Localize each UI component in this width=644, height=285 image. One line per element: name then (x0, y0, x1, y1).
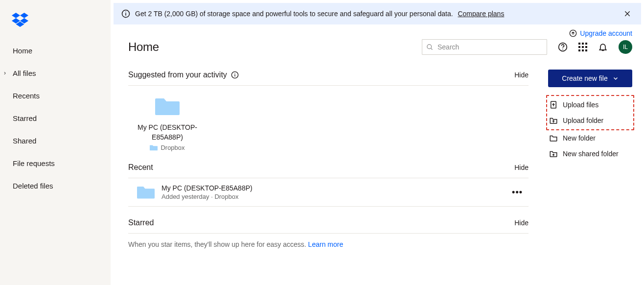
suggested-section: Suggested from your activity Hide My PC … (128, 71, 529, 151)
starred-hide-button[interactable]: Hide (514, 219, 529, 227)
svg-rect-21 (585, 49, 587, 51)
sidebar-item-deleted-files[interactable]: Deleted files (0, 174, 111, 197)
folder-icon (155, 96, 180, 116)
create-label: Create new file (562, 74, 607, 82)
folder-icon (150, 144, 158, 151)
sidebar-nav: Home ›All files Recents Starred Shared F… (0, 39, 111, 197)
upload-folder-icon (549, 116, 558, 125)
upgrade-icon (569, 29, 577, 37)
recent-hide-button[interactable]: Hide (514, 164, 529, 171)
promo-banner: Get 2 TB (2,000 GB) of storage space and… (114, 3, 641, 24)
action-label: New shared folder (563, 150, 619, 158)
account-avatar[interactable]: IL (619, 40, 632, 54)
nav-label: File requests (13, 159, 55, 167)
svg-rect-17 (582, 46, 584, 48)
empty-text: When you star items, they'll show up her… (128, 240, 308, 248)
help-button[interactable] (558, 42, 568, 52)
upload-folder-button[interactable]: Upload folder (548, 113, 632, 128)
actions-panel: Create new file Upload files (548, 59, 632, 248)
new-folder-icon (549, 134, 558, 142)
action-label: Upload files (563, 101, 598, 109)
sidebar-item-starred[interactable]: Starred (0, 107, 111, 129)
card-sub-text: Dropbox (161, 144, 184, 151)
svg-rect-16 (578, 46, 580, 48)
svg-point-9 (427, 44, 432, 48)
svg-line-10 (431, 48, 432, 49)
upload-files-button[interactable]: Upload files (548, 97, 632, 113)
info-icon (121, 9, 130, 18)
nav-label: Deleted files (13, 182, 53, 190)
nav-label: Recents (13, 92, 40, 100)
sidebar-item-home[interactable]: Home (0, 39, 111, 62)
suggested-hide-button[interactable]: Hide (514, 71, 529, 79)
main-area: Get 2 TB (2,000 GB) of storage space and… (111, 0, 644, 285)
sidebar-item-recents[interactable]: Recents (0, 84, 111, 107)
notifications-button[interactable] (598, 42, 608, 52)
recent-row[interactable]: My PC (DESKTOP-E85A88P) Added yesterday … (128, 178, 529, 207)
action-label: New folder (563, 134, 596, 142)
learn-more-link[interactable]: Learn more (308, 240, 344, 248)
svg-point-24 (234, 73, 235, 73)
sidebar-item-shared[interactable]: Shared (0, 129, 111, 152)
action-list: Upload files Upload folder New folder (548, 95, 632, 162)
card-sub: Dropbox (128, 144, 207, 151)
folder-icon (137, 185, 155, 199)
search-icon (426, 44, 434, 51)
chevron-right-icon: › (4, 70, 6, 76)
svg-point-12 (562, 48, 563, 49)
heading-text: Suggested from your activity (128, 71, 227, 79)
svg-rect-19 (578, 49, 580, 51)
upload-file-icon (549, 100, 558, 109)
new-shared-folder-icon (549, 149, 558, 158)
banner-message: Get 2 TB (2,000 GB) of storage space and… (135, 10, 453, 18)
recent-heading: Recent (128, 163, 153, 172)
new-shared-folder-button[interactable]: New shared folder (548, 146, 632, 162)
recent-sub: Added yesterday · Dropbox (161, 193, 501, 200)
suggested-card[interactable]: My PC (DESKTOP-E85A88P) Dropbox (128, 86, 207, 151)
svg-rect-13 (578, 43, 580, 45)
content-wrap: Suggested from your activity Hide My PC … (111, 59, 644, 248)
starred-empty: When you star items, they'll show up her… (128, 240, 529, 248)
svg-rect-20 (582, 49, 584, 51)
dropbox-logo[interactable] (0, 10, 111, 39)
content-main: Suggested from your activity Hide My PC … (128, 59, 529, 248)
recent-section: Recent Hide My PC (DESKTOP-E85A88P) Adde… (128, 163, 529, 207)
sidebar-item-all-files[interactable]: ›All files (0, 62, 111, 84)
banner-close-button[interactable] (621, 8, 633, 20)
nav-label: All files (13, 69, 36, 77)
starred-section: Starred Hide When you star items, they'l… (128, 218, 529, 248)
svg-rect-15 (585, 43, 587, 45)
chevron-down-icon (613, 75, 619, 81)
apps-grid-button[interactable] (578, 43, 587, 51)
starred-heading: Starred (128, 218, 154, 227)
upgrade-row: Upgrade account (111, 24, 644, 37)
action-label: Upload folder (563, 117, 603, 124)
sidebar: Home ›All files Recents Starred Shared F… (0, 0, 111, 285)
nav-label: Home (13, 47, 32, 55)
svg-rect-18 (585, 46, 587, 48)
row-more-button[interactable]: ••• (508, 187, 527, 197)
svg-rect-14 (582, 43, 584, 45)
search-input[interactable] (437, 43, 543, 51)
upgrade-account-link[interactable]: Upgrade account (580, 29, 632, 37)
banner-text: Get 2 TB (2,000 GB) of storage space and… (135, 10, 621, 18)
annotation-highlight: Upload files Upload folder (546, 95, 634, 130)
nav-label: Shared (13, 137, 36, 145)
compare-plans-link[interactable]: Compare plans (458, 10, 504, 18)
recent-title: My PC (DESKTOP-E85A88P) (161, 184, 501, 192)
card-title: My PC (DESKTOP-E85A88P) (128, 123, 207, 142)
search-box[interactable] (422, 39, 547, 55)
svg-point-2 (125, 12, 126, 13)
new-folder-button[interactable]: New folder (548, 130, 632, 146)
info-icon[interactable] (231, 71, 239, 79)
sidebar-item-file-requests[interactable]: File requests (0, 152, 111, 174)
create-new-file-button[interactable]: Create new file (548, 70, 632, 87)
suggested-heading: Suggested from your activity (128, 71, 239, 79)
nav-label: Starred (13, 114, 37, 122)
page-title: Home (128, 40, 159, 54)
top-bar: Home IL (111, 37, 644, 59)
